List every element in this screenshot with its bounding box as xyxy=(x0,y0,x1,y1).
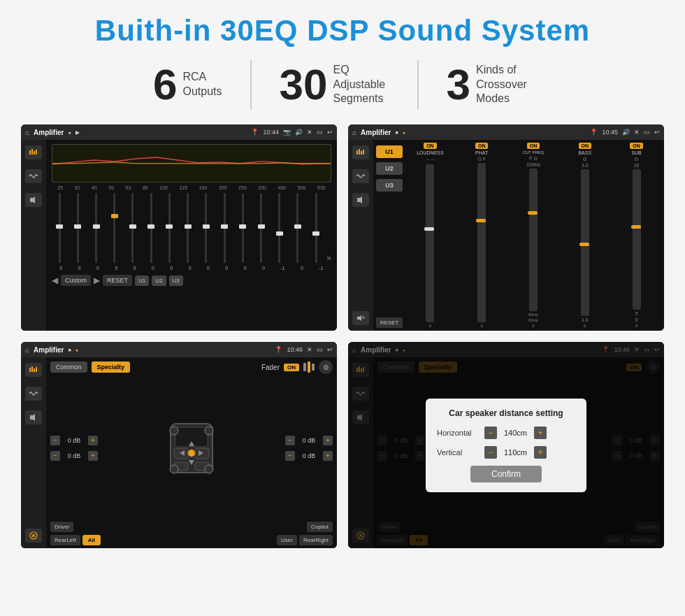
on-badge-phat[interactable]: ON xyxy=(475,143,489,149)
wave-icon-2[interactable] xyxy=(352,169,369,183)
svg-rect-1 xyxy=(31,149,33,155)
u2-select[interactable]: U2 xyxy=(376,162,403,175)
slider-loudness[interactable] xyxy=(426,164,434,322)
location-icon-2: 📍 xyxy=(590,129,598,136)
dialog-title: Car speaker distance setting xyxy=(437,408,575,418)
freq-630: 630 xyxy=(317,185,326,190)
slider-2[interactable] xyxy=(70,193,85,263)
volume-control-icon[interactable] xyxy=(352,311,369,325)
on-badge-bass[interactable]: ON xyxy=(579,143,592,149)
slider-3[interactable] xyxy=(88,193,103,263)
vertical-minus[interactable]: − xyxy=(484,446,497,459)
plus-btn-4[interactable]: + xyxy=(323,451,333,461)
slider-cutfreq[interactable] xyxy=(529,169,538,311)
u3-btn[interactable]: U3 xyxy=(169,275,183,286)
speaker-icon-3[interactable] xyxy=(25,410,42,424)
eq-icon-3[interactable] xyxy=(25,363,42,377)
horizontal-minus[interactable]: − xyxy=(484,427,497,439)
slider-4[interactable] xyxy=(107,193,122,263)
slider-8[interactable] xyxy=(180,193,196,263)
minus-btn-1[interactable]: − xyxy=(50,436,60,445)
slider-bass[interactable] xyxy=(581,169,589,316)
back-icon[interactable]: ↩ xyxy=(327,129,333,136)
driver-btn[interactable]: Driver xyxy=(50,522,73,532)
specialty-tab[interactable]: Specialty xyxy=(92,361,131,373)
vertical-plus[interactable]: + xyxy=(534,446,547,459)
reset-btn-2[interactable]: RESET xyxy=(376,317,403,328)
right-controls: − 0 dB + − 0 dB + xyxy=(285,377,333,519)
freq-500: 500 xyxy=(298,185,306,190)
reset-btn[interactable]: RESET xyxy=(103,275,132,286)
slider-12[interactable] xyxy=(253,193,268,263)
u2-btn[interactable]: U2 xyxy=(152,275,166,286)
u3-select[interactable]: U3 xyxy=(376,179,403,192)
slider-sub[interactable] xyxy=(633,169,641,310)
horizontal-control: − 140cm + xyxy=(484,427,547,439)
back-icon-3[interactable]: ↩ xyxy=(327,346,333,353)
rearleft-btn[interactable]: RearLeft xyxy=(50,535,80,545)
minus-btn-2[interactable]: − xyxy=(50,451,60,461)
settings-icon[interactable]: ⚙ xyxy=(319,360,333,374)
signal-icon: ✕ xyxy=(307,129,312,136)
slider-1[interactable] xyxy=(52,193,67,263)
custom-btn[interactable]: Custom xyxy=(61,275,91,286)
eq-icon-2[interactable] xyxy=(352,145,369,159)
fader-on-badge[interactable]: ON xyxy=(284,364,299,371)
plus-btn-1[interactable]: + xyxy=(88,436,98,445)
stat-eq: 30 EQ Adjustable Segments xyxy=(252,63,417,106)
plus-btn-3[interactable]: + xyxy=(323,436,333,445)
svg-marker-18 xyxy=(30,414,35,421)
on-badge-loudness[interactable]: ON xyxy=(424,143,437,149)
screen1-body: 25 32 40 50 63 80 100 125 160 200 250 32… xyxy=(21,140,337,331)
plus-btn-2[interactable]: + xyxy=(88,451,98,461)
slider-15[interactable] xyxy=(308,193,324,263)
location-icon-3: 📍 xyxy=(275,346,282,353)
slider-14[interactable] xyxy=(290,193,305,263)
wave-icon-3[interactable] xyxy=(25,387,42,401)
slider-10[interactable] xyxy=(217,193,232,263)
slider-6[interactable] xyxy=(143,193,159,263)
minus-btn-4[interactable]: − xyxy=(285,451,295,461)
dot-icon-2: ■ xyxy=(395,130,398,135)
minus-btn-3[interactable]: − xyxy=(285,436,295,445)
home-icon[interactable]: ⌂ xyxy=(25,129,29,136)
fader-main: Common Specialty Fader ON ⚙ xyxy=(46,357,337,548)
common-tab[interactable]: Common xyxy=(50,361,87,373)
user-btn[interactable]: User xyxy=(277,535,297,545)
back-icon-2[interactable]: ↩ xyxy=(654,129,660,136)
svg-point-36 xyxy=(205,465,213,473)
slider-9[interactable] xyxy=(199,193,214,263)
home-icon-2[interactable]: ⌂ xyxy=(352,129,356,136)
vertical-value: 110cm xyxy=(500,448,531,457)
speaker-icon[interactable] xyxy=(25,193,42,207)
home-icon-3[interactable]: ⌂ xyxy=(25,346,29,354)
eq-icon[interactable] xyxy=(25,145,42,159)
svg-marker-11 xyxy=(357,315,361,321)
more-icon[interactable]: » xyxy=(326,253,331,263)
u1-select[interactable]: U1 xyxy=(376,145,403,158)
camera-icon: 📷 xyxy=(283,129,291,136)
u1-btn[interactable]: U1 xyxy=(135,275,149,286)
vol-icon-3[interactable] xyxy=(25,529,42,543)
slider-13[interactable] xyxy=(272,193,287,263)
next-icon[interactable]: ▶ xyxy=(94,275,100,285)
copilot-btn[interactable]: Copilot xyxy=(307,522,333,532)
confirm-button[interactable]: Confirm xyxy=(470,466,542,482)
battery-icon-3: ▭ xyxy=(317,346,323,353)
prev-icon[interactable]: ◀ xyxy=(52,275,58,285)
page-title: Buith-in 30EQ DSP Sound System xyxy=(21,14,664,48)
rearright-btn[interactable]: RearRight xyxy=(299,535,333,545)
slider-5[interactable] xyxy=(125,193,140,263)
slider-phat[interactable] xyxy=(477,163,486,322)
on-badge-sub[interactable]: ON xyxy=(630,143,643,149)
dialog-overlay: Car speaker distance setting Horizontal … xyxy=(348,342,664,548)
svg-rect-7 xyxy=(359,149,360,155)
slider-11[interactable] xyxy=(235,193,250,263)
volume-icon: 🔊 xyxy=(295,129,303,136)
horizontal-plus[interactable]: + xyxy=(534,427,547,439)
all-btn[interactable]: All xyxy=(82,535,101,545)
slider-7[interactable] xyxy=(161,193,177,263)
wave-icon[interactable] xyxy=(25,169,42,183)
speaker-icon-2[interactable] xyxy=(352,193,369,207)
on-badge-cutfreq[interactable]: ON xyxy=(527,143,540,149)
